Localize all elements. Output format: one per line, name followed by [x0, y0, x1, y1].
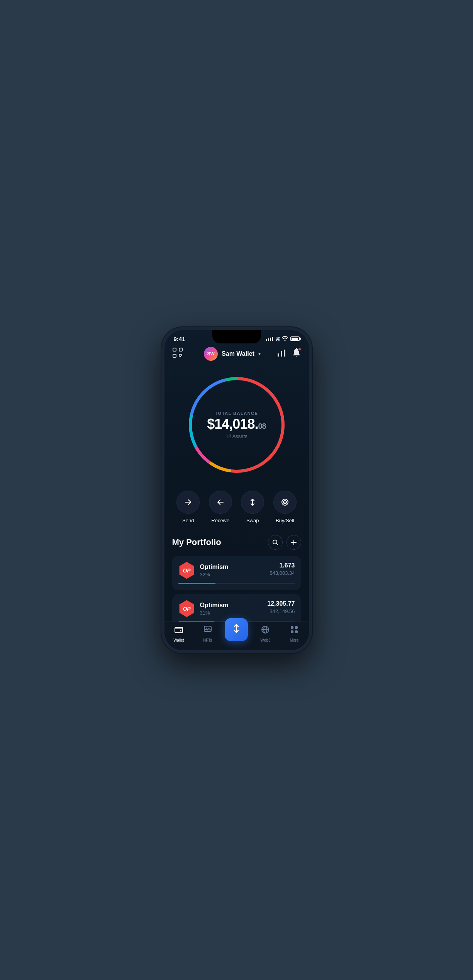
add-button[interactable]	[287, 535, 301, 550]
svg-rect-8	[281, 351, 282, 357]
item-info: Optimism 32%	[200, 564, 229, 577]
token-name: Optimism	[200, 564, 229, 571]
balance-amount: $14,018.08	[207, 417, 266, 431]
chevron-down-icon: ▾	[258, 351, 261, 357]
nav-web3[interactable]: Web3	[254, 625, 277, 642]
op-logo: OP	[178, 600, 195, 617]
token-percentage: 32%	[200, 572, 229, 577]
phone-screen: 9:41 ⌘	[164, 330, 309, 650]
swap-button[interactable]: Swap	[241, 491, 264, 523]
search-button[interactable]	[268, 535, 283, 550]
signal-bars-icon	[266, 337, 273, 341]
scan-icon[interactable]	[172, 350, 183, 360]
balance-assets: 12 Assets	[207, 433, 266, 439]
signal-bar-2	[268, 338, 269, 341]
swap-icon	[241, 491, 264, 514]
center-nav-icon	[231, 623, 242, 636]
svg-point-22	[180, 630, 181, 631]
svg-rect-0	[173, 348, 176, 351]
header-right	[277, 348, 301, 359]
svg-rect-7	[278, 353, 279, 357]
item-main: OP Optimism 31% 12,305.77 $42,149.56	[178, 600, 295, 617]
token-usd: $42,149.56	[267, 608, 295, 614]
svg-rect-28	[295, 626, 298, 629]
item-right: 1.673 $43,003.34	[270, 562, 295, 576]
portfolio-header: My Portfolio	[172, 535, 301, 550]
status-icons: ⌘	[266, 336, 300, 342]
balance-label: TOTAL BALANCE	[207, 411, 266, 415]
signal-bar-4	[272, 337, 273, 341]
send-button[interactable]: Send	[176, 491, 200, 523]
notch	[212, 330, 261, 343]
item-main: OP Optimism 32% 1.673 $43,003.34	[178, 562, 295, 579]
send-icon	[176, 491, 200, 514]
notification-button[interactable]	[292, 348, 301, 359]
buysell-label: Buy/Sell	[276, 518, 294, 523]
battery-icon	[290, 336, 300, 341]
svg-rect-2	[173, 354, 176, 357]
header: SW Sam Wallet ▾	[164, 344, 309, 367]
web3-nav-icon	[261, 625, 270, 637]
op-logo: OP	[178, 562, 195, 579]
svg-point-24	[205, 627, 207, 628]
send-label: Send	[182, 518, 194, 523]
wallet-nav-icon	[174, 625, 183, 637]
web3-nav-label: Web3	[260, 638, 270, 642]
token-percentage: 31%	[200, 610, 229, 616]
svg-rect-23	[204, 626, 211, 632]
balance-section: TOTAL BALANCE $14,018.08 12 Assets	[164, 367, 309, 487]
op-hexagon-icon: OP	[178, 562, 195, 579]
wifi-icon: ⌘	[275, 336, 288, 342]
buysell-button[interactable]: Buy/Sell	[273, 491, 297, 523]
svg-rect-27	[291, 626, 293, 629]
chart-icon[interactable]	[277, 348, 286, 359]
receive-icon	[209, 491, 232, 514]
token-amount: 12,305.77	[267, 600, 295, 607]
nav-nfts[interactable]: NFTs	[196, 625, 219, 642]
op-hexagon-icon: OP	[178, 600, 195, 617]
svg-rect-21	[175, 627, 183, 633]
wallet-name: Sam Wallet	[222, 350, 254, 357]
token-usd: $43,003.34	[270, 570, 295, 576]
wallet-selector[interactable]: SW Sam Wallet ▾	[204, 347, 261, 361]
portfolio-actions	[268, 535, 301, 550]
portfolio-item[interactable]: OP Optimism 32% 1.673 $43,003.34	[172, 556, 301, 590]
nav-wallet[interactable]: Wallet	[167, 625, 190, 642]
svg-rect-29	[291, 630, 293, 633]
token-amount: 1.673	[270, 562, 295, 569]
item-left: OP Optimism 32%	[178, 562, 229, 579]
nav-more[interactable]: More	[283, 625, 306, 642]
swap-label: Swap	[246, 518, 259, 523]
receive-button[interactable]: Receive	[209, 491, 232, 523]
receive-label: Receive	[211, 518, 229, 523]
nfts-nav-icon	[203, 625, 212, 637]
nav-center-button[interactable]	[225, 618, 248, 641]
header-left	[172, 347, 188, 360]
phone-frame: 9:41 ⌘	[161, 327, 312, 653]
battery-fill	[292, 338, 298, 340]
bottom-nav: Wallet NFTs	[164, 622, 309, 650]
signal-bar-1	[266, 339, 267, 341]
more-nav-icon	[290, 625, 299, 637]
signal-bar-3	[270, 338, 271, 341]
bell-icon	[292, 350, 301, 359]
more-nav-label: More	[290, 638, 299, 642]
portfolio-section: My Portfolio	[164, 531, 309, 628]
svg-rect-1	[179, 348, 182, 351]
balance-ring: TOTAL BALANCE $14,018.08 12 Assets	[183, 371, 291, 479]
status-time: 9:41	[174, 336, 185, 342]
notification-dot	[298, 347, 302, 351]
action-buttons: Send Receive Swap	[164, 487, 309, 531]
progress-bar-fill	[178, 583, 216, 584]
svg-rect-9	[284, 350, 285, 357]
item-info: Optimism 31%	[200, 602, 229, 616]
svg-rect-30	[295, 630, 298, 633]
svg-point-19	[284, 501, 285, 503]
wallet-nav-label: Wallet	[173, 638, 184, 642]
nfts-nav-label: NFTs	[203, 638, 212, 642]
progress-bar-bg	[178, 583, 295, 584]
item-right: 12,305.77 $42,149.56	[267, 600, 295, 614]
portfolio-title: My Portfolio	[172, 537, 221, 547]
balance-center: TOTAL BALANCE $14,018.08 12 Assets	[207, 411, 266, 439]
item-left: OP Optimism 31%	[178, 600, 229, 617]
